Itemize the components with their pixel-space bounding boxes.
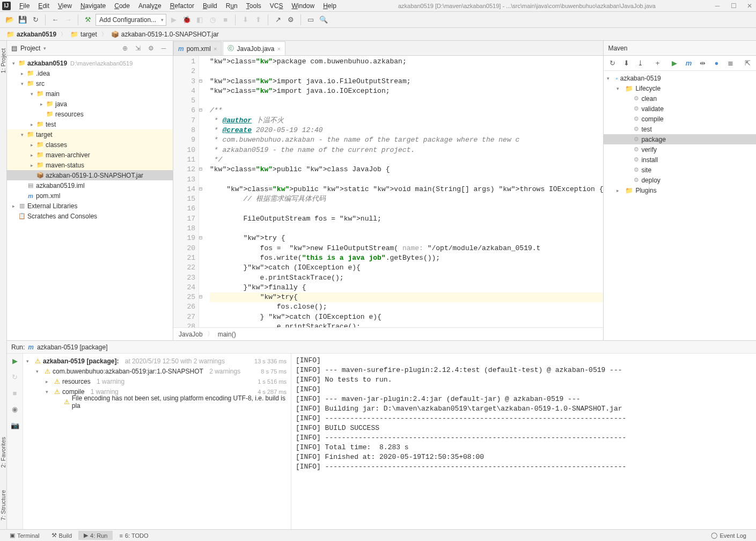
menu-help[interactable]: Help bbox=[319, 1, 341, 11]
rail-structure[interactable]: 7: Structure bbox=[0, 487, 6, 524]
tree-iml[interactable]: ▤azkaban0519.iml bbox=[7, 180, 173, 191]
tree-pom[interactable]: mpom.xml bbox=[7, 191, 173, 201]
menu-view[interactable]: View bbox=[54, 1, 76, 11]
tree-main[interactable]: ▾📁main bbox=[7, 89, 173, 99]
maven-phase-clean[interactable]: ⚙clean bbox=[604, 93, 756, 104]
download-icon[interactable]: ⤓ bbox=[635, 58, 645, 69]
back-icon[interactable]: ← bbox=[50, 14, 61, 25]
tree-resources[interactable]: 📁resources bbox=[7, 109, 173, 119]
sync-icon[interactable]: ↻ bbox=[30, 14, 41, 25]
show-icon[interactable]: ◉ bbox=[10, 405, 20, 416]
maven-plugins[interactable]: ▸📁Plugins bbox=[604, 185, 756, 195]
code-area[interactable]: "kw">class="kw">package com.buwenbuhuo.a… bbox=[207, 56, 603, 327]
reimport-icon[interactable]: ↻ bbox=[607, 58, 618, 69]
maven-phase-install[interactable]: ⚙install bbox=[604, 155, 756, 165]
tree-src[interactable]: ▾📁src bbox=[7, 78, 173, 89]
close-icon[interactable]: × bbox=[277, 46, 281, 52]
gear-icon[interactable]: ⚙ bbox=[146, 45, 156, 52]
breadcrumb-method[interactable]: main() bbox=[218, 331, 236, 338]
vcs-commit-icon[interactable]: ⬆ bbox=[253, 14, 263, 25]
coverage-icon[interactable]: ◧ bbox=[194, 14, 205, 25]
stop2-icon[interactable]: ↻ bbox=[10, 373, 20, 384]
build-icon[interactable]: ⚒ bbox=[83, 14, 93, 25]
console-output[interactable]: [INFO][INFO] --- maven-surefire-plugin:2… bbox=[291, 354, 756, 529]
tab-javajob[interactable]: ⓒJavaJob.java× bbox=[223, 41, 285, 55]
toggle-icon[interactable]: ⇹ bbox=[697, 58, 708, 69]
menu-refactor[interactable]: Refactor bbox=[166, 1, 199, 11]
stab-run[interactable]: ▶4: Run bbox=[78, 531, 113, 540]
crumb-project[interactable]: 📁azkaban0519 bbox=[4, 31, 58, 38]
editor-body[interactable]: 1234567891011121314151617181920212223242… bbox=[173, 56, 603, 327]
tree-java[interactable]: ▸📁java bbox=[7, 99, 173, 109]
tree-classes[interactable]: ▸📁classes bbox=[7, 140, 173, 150]
chevron-down-icon[interactable]: ▾ bbox=[43, 46, 46, 51]
maven-phase-validate[interactable]: ⚙validate bbox=[604, 104, 756, 114]
stop-icon[interactable]: ■ bbox=[10, 389, 20, 400]
profile-icon[interactable]: ◷ bbox=[207, 14, 218, 25]
execute-icon[interactable]: m bbox=[683, 58, 694, 69]
debug-icon[interactable]: 🐞 bbox=[181, 14, 192, 25]
tree-maven-archiver[interactable]: ▸📁maven-archiver bbox=[7, 150, 173, 160]
tree-scratches[interactable]: 📋Scratches and Consoles bbox=[7, 211, 173, 221]
menu-navigate[interactable]: Navigate bbox=[76, 1, 110, 11]
rail-favorites[interactable]: 2: Favorites bbox=[0, 434, 6, 471]
menu-window[interactable]: Window bbox=[287, 1, 319, 11]
tree-test[interactable]: ▸📁test bbox=[7, 119, 173, 129]
tab-pom[interactable]: mpom.xml× bbox=[173, 41, 222, 55]
tablet-icon[interactable]: ▭ bbox=[305, 14, 316, 25]
menu-vcs[interactable]: VCS bbox=[266, 1, 288, 11]
run-icon[interactable]: ▶ bbox=[669, 58, 680, 69]
maven-root[interactable]: ▾▫azkaban-0519 bbox=[604, 73, 756, 83]
generate-icon[interactable]: ⬇ bbox=[621, 58, 632, 69]
run-tab-label[interactable]: azkaban-0519 [package] bbox=[37, 343, 107, 351]
rerun-icon[interactable]: ▶ bbox=[10, 357, 20, 368]
open-icon[interactable]: 📂 bbox=[4, 14, 15, 25]
menu-run[interactable]: Run bbox=[222, 1, 242, 11]
stab-build[interactable]: ⚒Build bbox=[46, 531, 77, 540]
close-button[interactable]: ✕ bbox=[745, 2, 754, 10]
tree-ext-lib[interactable]: ▸▥External Libraries bbox=[7, 201, 173, 211]
run-tree-row[interactable]: ▾⚠azkaban-0519 [package]: at 2020/5/19 1… bbox=[23, 356, 291, 366]
menu-file[interactable]: File bbox=[15, 1, 34, 11]
menu-code[interactable]: Code bbox=[110, 1, 134, 11]
collapse-icon[interactable]: ⇱ bbox=[742, 58, 753, 69]
run-tree-row[interactable]: ▾⚠com.buwenbuhuo:azkaban-0519:jar:1.0-SN… bbox=[23, 366, 291, 376]
hide-icon[interactable]: ─ bbox=[159, 45, 168, 52]
breadcrumb-class[interactable]: JavaJob bbox=[179, 331, 203, 338]
settings-icon[interactable]: ⚙ bbox=[285, 14, 296, 25]
maven-phase-verify[interactable]: ⚙verify bbox=[604, 144, 756, 155]
stop-icon[interactable]: ■ bbox=[220, 14, 231, 25]
camera-icon[interactable]: 📷 bbox=[10, 421, 20, 432]
expand-icon[interactable]: ⇲ bbox=[133, 45, 143, 52]
maven-phase-deploy[interactable]: ⚙deploy bbox=[604, 175, 756, 185]
rail-project[interactable]: 1: Project bbox=[0, 45, 6, 76]
stab-terminal[interactable]: ▣Terminal bbox=[4, 531, 45, 540]
maven-phase-package[interactable]: ⚙package bbox=[604, 134, 756, 144]
menu-build[interactable]: Build bbox=[199, 1, 222, 11]
run-tree-row[interactable]: ⚠File encoding has not been set, using p… bbox=[23, 397, 291, 407]
stab-eventlog[interactable]: ◯Event Log bbox=[706, 531, 752, 540]
crumb-jar[interactable]: 📦azkaban-0519-1.0-SNAPSHOT.jar bbox=[109, 31, 221, 38]
forward-icon[interactable]: → bbox=[63, 14, 74, 25]
dependencies-icon[interactable]: ≣ bbox=[725, 58, 736, 69]
save-icon[interactable]: 💾 bbox=[17, 14, 28, 25]
tree-root[interactable]: ▾📁azkaban0519D:\maven\azkaban0519 bbox=[7, 58, 173, 68]
tree-jar[interactable]: 📦azkaban-0519-1.0-SNAPSHOT.jar bbox=[7, 170, 173, 180]
tree-target[interactable]: ▾📁target bbox=[7, 129, 173, 140]
crumb-target[interactable]: 📁target bbox=[68, 31, 99, 38]
tree-maven-status[interactable]: ▸📁maven-status bbox=[7, 160, 173, 170]
menu-edit[interactable]: Edit bbox=[34, 1, 54, 11]
close-icon[interactable]: × bbox=[214, 46, 217, 52]
minimize-button[interactable]: ─ bbox=[713, 2, 722, 10]
stab-todo[interactable]: ≡6: TODO bbox=[114, 531, 153, 540]
offline-icon[interactable]: ● bbox=[711, 58, 722, 69]
maven-phase-site[interactable]: ⚙site bbox=[604, 165, 756, 175]
run-config-combo[interactable]: Add Configuration... bbox=[96, 14, 166, 26]
maven-phase-test[interactable]: ⚙test bbox=[604, 124, 756, 134]
menu-analyze[interactable]: Analyze bbox=[134, 1, 166, 11]
locate-icon[interactable]: ⊕ bbox=[120, 45, 130, 52]
maximize-button[interactable]: ☐ bbox=[729, 2, 738, 10]
menu-tools[interactable]: Tools bbox=[242, 1, 266, 11]
maven-lifecycle[interactable]: ▾📁Lifecycle bbox=[604, 83, 756, 93]
search-icon[interactable]: 🔍 bbox=[318, 14, 329, 25]
